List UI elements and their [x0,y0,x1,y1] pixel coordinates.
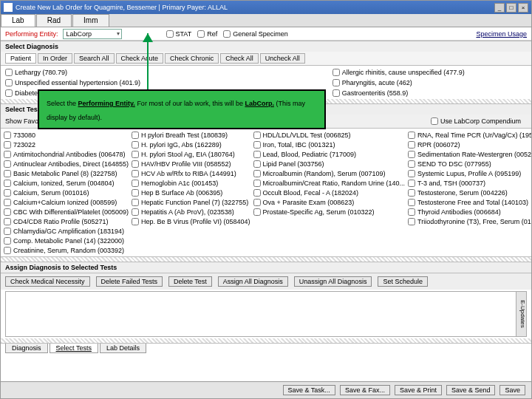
callout-arrowhead-icon [143,33,153,42]
performing-entity-label: Performing Entity: [5,30,58,38]
check-necessity-button[interactable]: Check Medical Necessity [5,276,90,287]
test-item[interactable]: Ova + Parasite Exam (008623) [253,197,406,207]
test-item[interactable]: Systemic Lupus, Profile A (095199) [408,168,532,178]
performing-entity-combo[interactable]: LabCorp [63,29,122,39]
select-diagnosis-label: Select Diagnosis [1,41,531,52]
diag-tab-patient[interactable]: Patient [5,53,36,64]
foot-tab-diagnosis[interactable]: Diagnosis [5,344,48,353]
test-item[interactable]: Occult Blood, Fecal - A (182024) [253,188,406,197]
test-item[interactable]: Antinuclear Antibodies, Direct (164855) [4,159,129,168]
test-item[interactable]: Hepatic Function Panel (7) (322755) [132,197,250,207]
test-item[interactable]: CD4/CD8 Ratio Profile (505271) [4,216,129,226]
test-item[interactable]: RPR (006072) [408,140,532,149]
test-item[interactable]: Comp. Metabolic Panel (14) (322000) [4,236,129,245]
test-item[interactable]: Calcium+Calcium Ionized (008599) [4,197,129,207]
test-item[interactable]: Calcium, Serum (001016) [4,188,129,197]
test-item[interactable]: CBC With Differential/Platelet (005009) [4,207,129,216]
close-button[interactable]: × [518,3,528,13]
test-item[interactable]: Prostate-Specific Ag, Serum (010322) [253,207,406,216]
window-title: Create New Lab Order for Quagmire, Besse… [16,4,494,11]
diag-tab-checkall[interactable]: Check All [220,53,259,64]
test-item[interactable]: HDL/LDL/VLDL Test (006825) [253,130,406,140]
tab-lab[interactable]: Lab [1,14,35,27]
save-task-button[interactable]: Save & Task... [283,385,335,395]
instruction-callout: Select the Performing Entity. For most o… [38,89,326,129]
test-item[interactable]: 733080 [4,130,129,140]
foot-tab-select-tests[interactable]: Select Tests [50,344,98,353]
diag-tab-uncheckall[interactable]: Uncheck All [260,53,305,64]
diagnosis-tabs: Patient In Order Search All Check Acute … [1,52,531,66]
test-item[interactable]: T-3 and, TSH (000737) [408,178,532,188]
test-item[interactable]: Chlamydia/GC Amplification (183194) [4,226,129,236]
diag-item[interactable]: Unspecified essential hypertension (401.… [5,78,325,87]
main-tabs: Lab Rad Imm [1,14,531,27]
test-item[interactable]: Testosterone Free and Total (140103) [408,197,532,207]
set-schedule-button[interactable]: Set Schedule [378,276,428,287]
diag-tab-checkchronic[interactable]: Check Chronic [165,53,219,64]
maximize-button[interactable]: □ [506,3,516,13]
general-specimen-checkbox[interactable]: General Specimen [223,30,288,38]
tab-imm[interactable]: Imm [72,14,109,27]
test-item[interactable]: HAV/HBV Profile VIII (058552) [132,159,250,168]
minimize-button[interactable]: _ [494,3,505,13]
diag-item[interactable]: Allergic rhinitis, cause unspecified (47… [332,67,527,77]
test-item[interactable]: Hep. Be B Virus (Profile VI) (058404) [132,216,250,226]
compendium-checkbox[interactable]: Use LabCorp Compendium [431,117,521,125]
tab-rad[interactable]: Rad [36,14,72,27]
diag-item[interactable]: Pharyngitis, acute (462) [332,78,527,87]
test-item[interactable]: H. pylori Stool Ag, EIA (180764) [132,149,250,159]
delete-test-button[interactable]: Delete Test [168,276,212,287]
diag-tab-search[interactable]: Search All [74,53,115,64]
test-item[interactable]: Microalbumin (Random), Serum (007109) [253,168,406,178]
test-item[interactable]: Microalbumin/Creat Ratio, Random Urine (… [253,178,406,188]
test-item[interactable]: HCV Ab w/Rfx to RIBA (144991) [132,168,250,178]
specimen-usage-link[interactable]: Specimen Usage [476,30,527,38]
test-item[interactable]: Creatinine, Serum, Random (003392) [4,245,129,255]
test-item[interactable]: Hepatitis A (Ab ProV), (023538) [132,207,250,216]
test-item[interactable]: Calcium, Ionized, Serum (004804) [4,178,129,188]
diag-tab-inorder[interactable]: In Order [38,53,72,64]
test-item[interactable]: Antimitochondrial Antibodies (006478) [4,149,129,159]
test-item[interactable]: Basic Metabolic Panel (8) (322758) [4,168,129,178]
ref-checkbox[interactable]: Ref [197,30,217,38]
results-panel: E-Updates [5,291,527,337]
test-item[interactable]: 723022 [4,140,129,149]
delete-failed-button[interactable]: Delete Failed Tests [96,276,163,287]
test-item[interactable]: Hep B Surface Ab (006395) [132,188,250,197]
test-item[interactable]: Lipid Panel (303756) [253,159,406,168]
e-updates-tab[interactable]: E-Updates [516,292,526,336]
unassign-all-button[interactable]: Unassign All Diagnosis [294,276,372,287]
test-item[interactable]: Lead, Blood, Pediatric (717009) [253,149,406,159]
save-button[interactable]: Save [499,385,525,395]
save-print-button[interactable]: Save & Print [395,385,442,395]
stat-checkbox[interactable]: STAT [166,30,192,38]
test-item[interactable]: Thyroid Antibodies (006684) [408,207,532,216]
test-item[interactable]: RNA, Real Time PCR (Ur/Vag/Cx) (195500) [408,130,532,140]
tests-grid: 733080723022Antimitochondrial Antibodies… [1,129,531,257]
test-item[interactable]: H pylori Breath Test (180839) [132,130,250,140]
test-item[interactable]: Iron, Total, IBC (001321) [253,140,406,149]
assign-diag-label: Assign Diagnosis to Selected Tests [1,262,531,273]
app-icon [4,3,13,12]
diag-item[interactable]: Gastroenteritis (558.9) [332,88,527,98]
diag-tab-checkacute[interactable]: Check Acute [116,53,164,64]
foot-tab-lab-details[interactable]: Lab Details [100,344,146,353]
diag-item[interactable]: Lethargy (780.79) [5,67,325,77]
test-item[interactable]: Testosterone, Serum (004226) [408,188,532,197]
test-item[interactable]: Hemoglobin A1c (001453) [132,178,250,188]
assign-all-button[interactable]: Assign All Diagnosis [218,276,288,287]
test-item[interactable]: SEND TO DSC (077955) [408,159,532,168]
save-send-button[interactable]: Save & Send [446,385,496,395]
test-item[interactable]: Sedimentation Rate-Westergren (005215) [408,149,532,159]
test-item[interactable]: H. pylori IgG, Abs (162289) [132,140,250,149]
save-fax-button[interactable]: Save & Fax... [340,385,390,395]
test-item[interactable]: Triiodothyronine (T3), Free, Serum (0103… [408,216,532,226]
